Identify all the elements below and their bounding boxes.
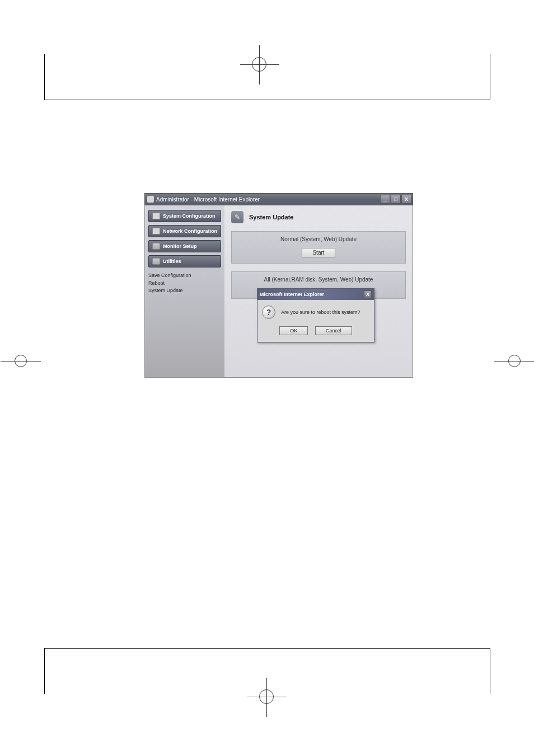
close-button[interactable]: X [401, 195, 411, 204]
nav-network-configuration[interactable]: Network Configuration [148, 225, 221, 237]
dialog-titlebar: Microsoft Internet Explorer X [257, 289, 374, 300]
sublink-save-configuration[interactable]: Save Configuration [148, 272, 221, 280]
registration-mark [259, 689, 274, 704]
window-title: Administrator - Microsoft Internet Explo… [156, 196, 260, 203]
crop-mark [44, 54, 45, 100]
ie-icon [147, 196, 154, 203]
network-config-icon [152, 228, 160, 234]
dialog-title: Microsoft Internet Explorer [260, 292, 324, 297]
browser-window: Administrator - Microsoft Internet Explo… [144, 193, 413, 378]
registration-mark [252, 57, 266, 72]
monitor-icon [152, 243, 160, 250]
system-config-icon [152, 213, 160, 219]
dialog-close-button[interactable]: X [364, 290, 372, 298]
utilities-sublinks: Save Configuration Reboot System Update [148, 272, 221, 295]
question-icon: ? [262, 306, 275, 319]
sublink-system-update[interactable]: System Update [148, 287, 221, 295]
registration-mark [15, 355, 27, 367]
crop-mark [44, 648, 45, 694]
normal-update-panel: Normal (System, Web) Update Start [231, 231, 406, 264]
crop-mark [490, 648, 490, 694]
nav-utilities[interactable]: Utilities [148, 255, 221, 267]
maximize-button[interactable]: □ [391, 195, 401, 204]
sidebar: System Configuration Network Configurati… [145, 205, 224, 377]
dialog-body: ? Are you sure to reboot this system? OK… [257, 300, 374, 342]
start-button[interactable]: Start [302, 248, 335, 257]
dialog-message: Are you sure to reboot this system? [281, 309, 369, 315]
all-update-label: All (Kernal,RAM disk, System, Web) Updat… [232, 276, 405, 283]
sublink-reboot[interactable]: Reboot [148, 280, 221, 288]
cancel-button[interactable]: Cancel [315, 326, 352, 335]
registration-mark [508, 355, 521, 367]
content-header: ✎ System Update [231, 211, 406, 223]
ok-button[interactable]: OK [279, 326, 308, 335]
nav-label: Monitor Setup [163, 243, 197, 249]
crop-mark [490, 54, 490, 100]
dialog-button-row: OK Cancel [262, 325, 369, 335]
normal-update-label: Normal (System, Web) Update [232, 236, 405, 242]
confirm-reboot-dialog: Microsoft Internet Explorer X ? Are you … [257, 288, 374, 342]
minimize-button[interactable]: _ [380, 195, 390, 204]
utilities-icon [152, 258, 160, 265]
crop-mark [44, 100, 490, 100]
page-title: System Update [249, 214, 293, 220]
nav-label: System Configuration [163, 213, 216, 219]
nav-label: Network Configuration [163, 228, 217, 234]
nav-label: Utilities [163, 259, 181, 264]
nav-system-configuration[interactable]: System Configuration [148, 210, 221, 222]
crop-mark [44, 648, 490, 649]
window-body: System Configuration Network Configurati… [144, 205, 413, 378]
tools-icon: ✎ [231, 211, 243, 223]
nav-monitor-setup[interactable]: Monitor Setup [148, 240, 221, 252]
content-area: ✎ System Update Normal (System, Web) Upd… [224, 205, 413, 377]
window-titlebar: Administrator - Microsoft Internet Explo… [144, 193, 413, 205]
window-controls: _ □ X [380, 195, 413, 204]
